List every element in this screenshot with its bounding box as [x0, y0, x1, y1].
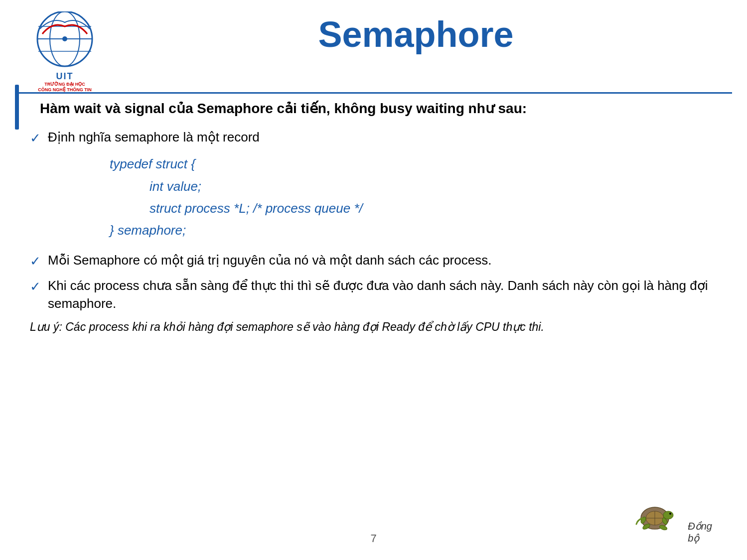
header-area: UIT TRƯỜNG ĐẠI HỌC CÔNG NGHỆ THÔNG TIN S…	[0, 0, 747, 92]
check-icon-3: ✓	[30, 278, 41, 295]
uit-logo-text: UIT	[56, 71, 74, 82]
code-line-3: struct process *L; /* process queue */	[70, 197, 717, 219]
bullet-item-3: ✓ Khi các process chưa sẵn sàng để thực …	[30, 277, 717, 313]
code-block: typedef struct { int value; struct proce…	[70, 153, 717, 241]
code-line-4: } semaphore;	[70, 219, 717, 241]
slide-title: Semaphore	[115, 14, 717, 55]
code-line-1: typedef struct {	[70, 153, 717, 175]
truong-text: TRƯỜNG ĐẠI HỌC	[44, 82, 85, 87]
slide-container: UIT TRƯỜNG ĐẠI HỌC CÔNG NGHỆ THÔNG TIN S…	[0, 0, 747, 560]
bullet-item-1: ✓ Định nghĩa semaphore là một record	[30, 128, 717, 147]
svg-point-5	[62, 36, 67, 41]
logo-area: UIT TRƯỜNG ĐẠI HỌC CÔNG NGHỆ THÔNG TIN	[15, 9, 115, 92]
svg-point-10	[663, 511, 673, 519]
check-icon-2: ✓	[30, 252, 41, 270]
bullet-text-1: Định nghĩa semaphore là một record	[48, 128, 717, 146]
cong-text: CÔNG NGHỆ THÔNG TIN	[38, 87, 92, 92]
bullet-text-3: Khi các process chưa sẵn sàng để thực th…	[48, 277, 717, 313]
svg-point-13	[659, 525, 668, 531]
uit-logo-svg	[27, 11, 102, 71]
check-icon-1: ✓	[30, 129, 41, 147]
slide-title-area: Semaphore	[115, 9, 717, 55]
content-area: Hàm wait và signal của Semaphore cải tiế…	[0, 94, 747, 341]
turtle-icon	[632, 499, 677, 534]
intro-text: Hàm wait và signal của Semaphore cải tiế…	[40, 99, 717, 118]
svg-point-11	[669, 513, 671, 515]
dong-bo-label: Đồng bộ	[688, 520, 712, 544]
bottom-note: Lưu ý: Các process khi ra khỏi hàng đợi …	[30, 318, 717, 336]
bullet-item-2: ✓ Mỗi Semaphore có một giá trị nguyên củ…	[30, 251, 717, 270]
code-line-2: int value;	[70, 175, 717, 197]
page-number: 7	[370, 532, 376, 545]
bullet-text-2: Mỗi Semaphore có một giá trị nguyên của …	[48, 251, 717, 269]
